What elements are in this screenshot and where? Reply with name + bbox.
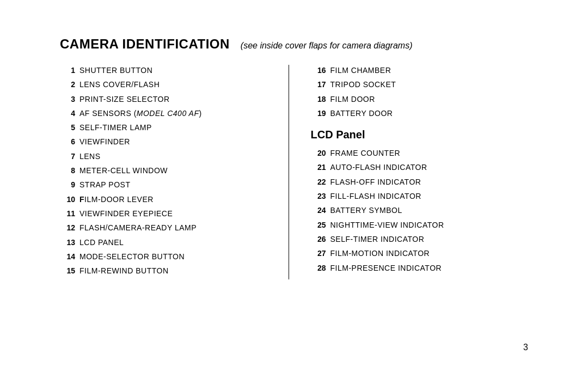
list-item: 25 NIGHTTIME-VIEW INDICATOR: [311, 220, 529, 230]
list-item: 24 BATTERY SYMBOL: [311, 205, 529, 216]
list-item: 22 FLASH-OFF INDICATOR: [311, 176, 529, 187]
item-label: FILM DOOR: [330, 94, 375, 105]
model-italic: MODEL C400 AF: [137, 109, 199, 118]
list-item: 4 AF SENSORS (MODEL C400 AF): [60, 108, 278, 119]
item-number: 28: [311, 263, 326, 273]
list-item: 14 MODE-SELECTOR BUTTON: [60, 251, 278, 262]
item-number: 6: [60, 136, 75, 147]
item-label: BATTERY SYMBOL: [330, 205, 402, 216]
left-item-list: 1 SHUTTER BUTTON 2 LENS COVER/FLASH 3 PR…: [60, 65, 278, 276]
list-item: 15 FILM-REWIND BUTTON: [60, 265, 278, 276]
list-item: 1 SHUTTER BUTTON: [60, 65, 278, 76]
item-number: 7: [60, 151, 75, 162]
item-label: LENS COVER/FLASH: [79, 79, 160, 90]
item-label: SELF-TIMER LAMP: [79, 122, 152, 133]
item-number: 12: [60, 222, 75, 233]
item-number: 24: [311, 205, 326, 216]
item-number: 23: [311, 191, 326, 202]
item-label: TRIPOD SOCKET: [330, 79, 396, 90]
list-item: 6 VIEWFINDER: [60, 136, 278, 147]
list-item: 16 FILM CHAMBER: [311, 65, 529, 76]
item-number: 25: [311, 220, 326, 230]
item-number: 16: [311, 65, 326, 76]
item-number: 27: [311, 248, 326, 259]
list-item: 2 LENS COVER/FLASH: [60, 79, 278, 90]
item-number: 18: [311, 94, 326, 105]
item-label: METER-CELL WINDOW: [79, 165, 168, 176]
list-item: 13 LCD PANEL: [60, 237, 278, 248]
list-item: 9 STRAP POST: [60, 179, 278, 190]
item-label: FILM CHAMBER: [330, 65, 391, 76]
list-item: 26 SELF-TIMER INDICATOR: [311, 234, 529, 245]
item-number: 19: [311, 108, 326, 119]
item-label: FILM-REWIND BUTTON: [79, 265, 169, 276]
item-label: LENS: [79, 151, 101, 162]
page-number: 3: [523, 343, 528, 352]
list-item: 8 METER-CELL WINDOW: [60, 165, 278, 176]
item-number: 22: [311, 176, 326, 187]
list-item: 18 FILM DOOR: [311, 94, 529, 105]
item-label: NIGHTTIME-VIEW INDICATOR: [330, 220, 444, 230]
lcd-section-title: LCD Panel: [311, 129, 529, 141]
list-item: 23 FILL-FLASH INDICATOR: [311, 191, 529, 202]
subtitle-paren-close: ): [409, 41, 412, 50]
item-number: 21: [311, 162, 326, 173]
list-item: 20 FRAME COUNTER: [311, 148, 529, 158]
item-label: FLASH-OFF INDICATOR: [330, 176, 421, 187]
page-title: CAMERA IDENTIFICATION: [60, 36, 230, 52]
list-item: 12 FLASH/CAMERA-READY LAMP: [60, 222, 278, 233]
list-item: 11 VIEWFINDER EYEPIECE: [60, 208, 278, 219]
list-item: 21 AUTO-FLASH INDICATOR: [311, 162, 529, 173]
list-item: 3 PRINT-SIZE SELECTOR: [60, 94, 278, 105]
subtitle-text: see inside cover flaps for camera diagra…: [243, 41, 409, 50]
item-label: STRAP POST: [79, 179, 130, 190]
item-label: FILM-PRESENCE INDICATOR: [330, 263, 442, 273]
list-item: 27 FILM-MOTION INDICATOR: [311, 248, 529, 259]
left-column: 1 SHUTTER BUTTON 2 LENS COVER/FLASH 3 PR…: [60, 65, 289, 279]
item-label: FILM-MOTION INDICATOR: [330, 248, 430, 259]
item-number: 14: [60, 251, 75, 262]
item-label: AUTO-FLASH INDICATOR: [330, 162, 427, 173]
item-label: FILM-DOOR LEVER: [79, 194, 154, 205]
right-item-list-top: 16 FILM CHAMBER 17 TRIPOD SOCKET 18 FILM…: [311, 65, 529, 119]
item-number: 4: [60, 108, 75, 119]
list-item: 7 LENS: [60, 151, 278, 162]
item-label: AF SENSORS (MODEL C400 AF): [79, 108, 202, 119]
item-number: 2: [60, 79, 75, 90]
item-number: 15: [60, 265, 75, 276]
item-label: SELF-TIMER INDICATOR: [330, 234, 425, 245]
content-area: 1 SHUTTER BUTTON 2 LENS COVER/FLASH 3 PR…: [60, 65, 528, 279]
page-subtitle: (see inside cover flaps for camera diagr…: [241, 41, 413, 51]
item-number: 8: [60, 165, 75, 176]
list-item: 5 SELF-TIMER LAMP: [60, 122, 278, 133]
item-number: 5: [60, 122, 75, 133]
list-item: 28 FILM-PRESENCE INDICATOR: [311, 263, 529, 273]
item-label: VIEWFINDER: [79, 136, 130, 147]
right-item-list-lcd: 20 FRAME COUNTER 21 AUTO-FLASH INDICATOR…: [311, 148, 529, 273]
item-label: SHUTTER BUTTON: [79, 65, 152, 76]
item-number: 1: [60, 65, 75, 76]
item-number: 20: [311, 148, 326, 158]
item-label: FLASH/CAMERA-READY LAMP: [79, 222, 197, 233]
list-item: 10 FILM-DOOR LEVER: [60, 194, 278, 205]
right-column: 16 FILM CHAMBER 17 TRIPOD SOCKET 18 FILM…: [289, 65, 529, 279]
item-number: 26: [311, 234, 326, 245]
item-label: BATTERY DOOR: [330, 108, 393, 119]
item-number: 13: [60, 237, 75, 248]
item-label: FILL-FLASH INDICATOR: [330, 191, 421, 202]
item-label: LCD PANEL: [79, 237, 124, 248]
page-header: CAMERA IDENTIFICATION (see inside cover …: [60, 36, 528, 52]
item-label: PRINT-SIZE SELECTOR: [79, 94, 170, 105]
list-item: 19 BATTERY DOOR: [311, 108, 529, 119]
item-number: 11: [60, 208, 75, 219]
item-number: 9: [60, 179, 75, 190]
item-label: VIEWFINDER EYEPIECE: [79, 208, 173, 219]
item-label: MODE-SELECTOR BUTTON: [79, 251, 185, 262]
bold-f: F: [79, 195, 84, 204]
item-number: 17: [311, 79, 326, 90]
item-number: 3: [60, 94, 75, 105]
item-number: 10: [60, 194, 75, 205]
item-label: FRAME COUNTER: [330, 148, 401, 158]
page: CAMERA IDENTIFICATION (see inside cover …: [33, 15, 555, 363]
list-item: 17 TRIPOD SOCKET: [311, 79, 529, 90]
